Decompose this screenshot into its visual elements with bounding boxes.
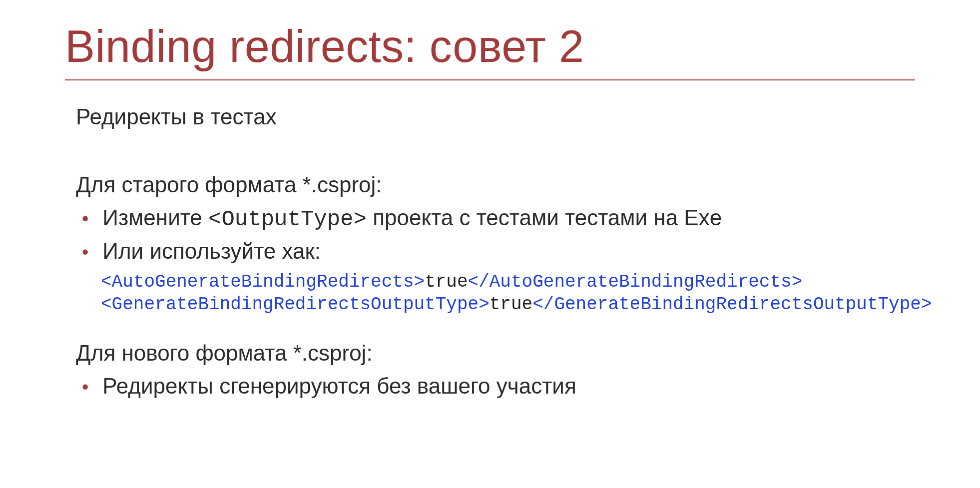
xml-bracket: </ bbox=[532, 294, 554, 315]
xml-bracket: > bbox=[479, 294, 490, 315]
code-line: <GenerateBindingRedirectsOutputType>true… bbox=[101, 293, 915, 316]
bullet-text: Или используйте хак: bbox=[102, 239, 321, 264]
xml-tag: GenerateBindingRedirectsOutputType bbox=[112, 294, 479, 315]
xml-tag: AutoGenerateBindingRedirects bbox=[490, 272, 792, 292]
bullet-list-new: • Редиректы сгенерируются без вашего уча… bbox=[76, 374, 915, 399]
bullet-dot-icon: • bbox=[82, 243, 88, 262]
xml-bracket: > bbox=[792, 272, 803, 292]
xml-value: true bbox=[490, 294, 532, 315]
list-item: • Измените <OutputType> проекта с тестам… bbox=[76, 205, 915, 232]
title-underline bbox=[65, 79, 915, 80]
slide: Binding redirects: совет 2 Редиректы в т… bbox=[0, 0, 980, 399]
bullet-dot-icon: • bbox=[82, 378, 88, 397]
xml-bracket: < bbox=[101, 272, 112, 292]
section-new-format: Для нового формата *.csproj: bbox=[76, 341, 915, 366]
xml-tag: AutoGenerateBindingRedirects bbox=[112, 272, 414, 292]
code-inline: <OutputType> bbox=[208, 207, 367, 232]
xml-bracket: </ bbox=[468, 272, 490, 292]
code-line: <AutoGenerateBindingRedirects>true</Auto… bbox=[101, 271, 915, 293]
section-old-format: Для старого формата *.csproj: bbox=[76, 172, 915, 197]
xml-bracket: > bbox=[414, 272, 425, 292]
slide-title: Binding redirects: совет 2 bbox=[65, 21, 915, 72]
bullet-dot-icon: • bbox=[82, 209, 88, 228]
subtitle: Редиректы в тестах bbox=[76, 104, 915, 129]
bullet-list-old: • Измените <OutputType> проекта с тестам… bbox=[76, 205, 915, 264]
xml-bracket: < bbox=[101, 294, 112, 315]
text-fragment: проекта с тестами тестами на Exe bbox=[367, 205, 722, 230]
text-fragment: Измените bbox=[102, 205, 208, 230]
code-block: <AutoGenerateBindingRedirects>true</Auto… bbox=[101, 271, 915, 316]
xml-bracket: > bbox=[921, 294, 932, 315]
list-item: • Редиректы сгенерируются без вашего уча… bbox=[76, 374, 915, 399]
xml-tag: GenerateBindingRedirectsOutputType bbox=[554, 294, 921, 315]
bullet-text: Редиректы сгенерируются без вашего участ… bbox=[102, 374, 576, 399]
xml-value: true bbox=[425, 272, 468, 292]
list-item: • Или используйте хак: bbox=[76, 239, 915, 264]
bullet-text: Измените <OutputType> проекта с тестами … bbox=[102, 205, 722, 232]
